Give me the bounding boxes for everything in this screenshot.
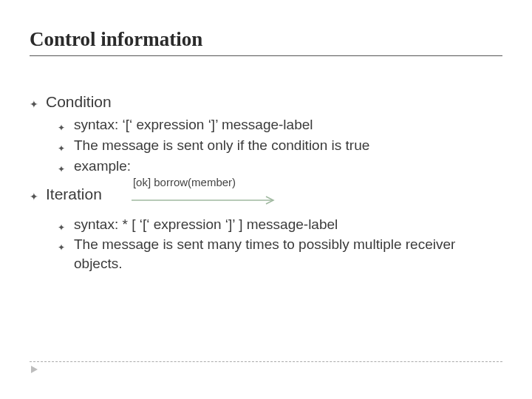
arrow-icon [132, 195, 279, 205]
message-diagram: [ok] borrow(member) [132, 175, 279, 210]
item-text: example: [74, 157, 502, 176]
list-item: ✦ syntax: ‘[‘ expression ‘]’ message-lab… [58, 115, 502, 134]
bullet-icon: ✦ [58, 163, 74, 175]
slide: Control information ✦ Condition ✦ syntax… [0, 0, 532, 273]
item-text: The message is sent many times to possib… [74, 235, 502, 273]
bullet-icon: ✦ [58, 122, 74, 134]
bullet-icon: ✦ [58, 143, 74, 154]
footer-divider [30, 361, 502, 362]
item-text: The message is sent only if the conditio… [74, 136, 502, 155]
list-item: ✦ The message is sent only if the condit… [58, 136, 502, 155]
bullet-icon: ✦ [58, 242, 74, 253]
footer-arrow-icon [31, 366, 38, 373]
section-iteration: ✦ Iteration [30, 184, 102, 205]
section-condition: ✦ Condition [30, 92, 502, 112]
list-item: ✦ The message is sent many times to poss… [58, 235, 502, 273]
diagram-label: [ok] borrow(member) [132, 175, 279, 190]
bullet-icon: ✦ [58, 222, 74, 233]
item-text: syntax: ‘[‘ expression ‘]’ message-label [74, 115, 502, 134]
list-item: ✦ example: [58, 157, 502, 176]
item-text: syntax: * [ ‘[‘ expression ‘]’ ] message… [74, 215, 502, 234]
bullet-icon: ✦ [30, 98, 46, 112]
section-heading: Condition [46, 92, 112, 112]
section-iteration-row: ✦ Iteration [ok] borrow(member) [30, 177, 502, 211]
list-item: ✦ syntax: * [ ‘[‘ expression ‘]’ ] messa… [58, 215, 502, 234]
body-content: ✦ Condition ✦ syntax: ‘[‘ expression ‘]’… [30, 92, 502, 273]
bullet-icon: ✦ [30, 190, 46, 204]
section-heading: Iteration [46, 184, 102, 205]
page-title: Control information [30, 28, 502, 56]
